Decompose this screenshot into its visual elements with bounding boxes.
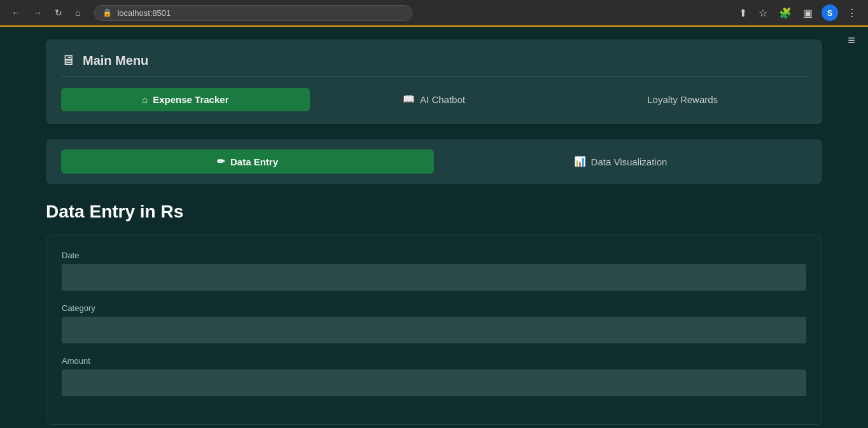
hamburger-icon[interactable]: ≡ (848, 33, 855, 48)
bookmark-icon[interactable]: ☆ (756, 6, 770, 20)
main-menu-nav: ⌂ Expense Tracker 📖 AI Chatbot Loyalty R… (61, 87, 807, 111)
nav-label-expense-tracker: Expense Tracker (153, 94, 228, 105)
browser-menu-icon[interactable]: ⋮ (844, 6, 860, 20)
share-icon[interactable]: ⬆ (736, 6, 750, 20)
user-avatar[interactable]: S (822, 4, 838, 21)
lock-icon: 🔒 (102, 8, 112, 17)
main-menu-card: 🖥 Main Menu ⌂ Expense Tracker 📖 AI Chatb… (46, 39, 822, 124)
tab-label-data-entry: Data Entry (230, 156, 278, 167)
nav-label-ai-chatbot: AI Chatbot (420, 94, 465, 105)
nav-item-ai-chatbot[interactable]: 📖 AI Chatbot (310, 87, 559, 111)
browser-chrome: ← → ↻ ⌂ 🔒 localhost:8501 ⬆ ☆ 🧩 ▣ S ⋮ (0, 0, 868, 27)
amount-field-group: Amount (62, 356, 806, 396)
url-text: localhost:8501 (117, 8, 171, 18)
nav-label-loyalty-rewards: Loyalty Rewards (647, 94, 718, 105)
forward-button[interactable]: → (29, 5, 46, 20)
nav-item-expense-tracker[interactable]: ⌂ Expense Tracker (61, 88, 310, 111)
chart-icon: 📊 (574, 156, 586, 167)
pencil-icon: ✏ (217, 156, 225, 167)
date-field-group: Date (62, 251, 806, 291)
browser-actions: ⬆ ☆ 🧩 ▣ S ⋮ (736, 4, 860, 21)
home-icon: ⌂ (142, 94, 148, 105)
home-button[interactable]: ⌂ (71, 5, 84, 20)
extensions-icon[interactable]: 🧩 (776, 6, 794, 20)
tab-data-entry[interactable]: ✏ Data Entry (61, 149, 434, 174)
nav-item-loyalty-rewards[interactable]: Loyalty Rewards (558, 88, 807, 111)
sub-tabs-card: ✏ Data Entry 📊 Data Visualization (46, 139, 822, 184)
main-menu-title: Main Menu (83, 53, 148, 68)
category-input[interactable] (62, 317, 806, 343)
page-heading: Data Entry in Rs (46, 202, 822, 222)
amount-label: Amount (62, 356, 806, 366)
page-content: 🖥 Main Menu ⌂ Expense Tracker 📖 AI Chatb… (20, 27, 848, 428)
tab-data-visualization[interactable]: 📊 Data Visualization (434, 149, 807, 174)
split-view-icon[interactable]: ▣ (801, 6, 815, 20)
monitor-icon: 🖥 (61, 52, 75, 69)
amount-input[interactable] (62, 369, 806, 396)
book-icon: 📖 (403, 93, 415, 105)
tab-label-data-visualization: Data Visualization (591, 156, 668, 167)
address-bar[interactable]: 🔒 localhost:8501 (94, 5, 412, 21)
main-menu-header: 🖥 Main Menu (61, 52, 807, 77)
form-card: Date Category Amount (46, 235, 822, 425)
category-label: Category (62, 303, 806, 313)
reload-button[interactable]: ↻ (51, 5, 66, 20)
back-button[interactable]: ← (8, 5, 24, 20)
date-input[interactable] (62, 264, 806, 291)
category-field-group: Category (62, 303, 806, 343)
date-label: Date (62, 251, 806, 260)
